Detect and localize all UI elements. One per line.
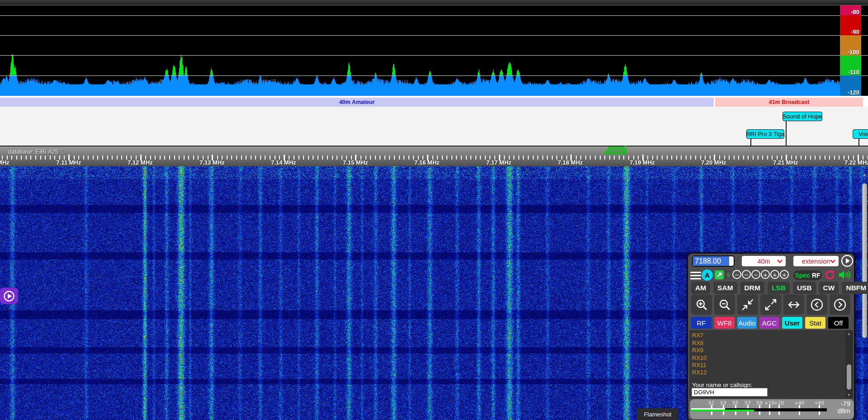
db-scale-label: -90 bbox=[851, 28, 859, 35]
users-count-badge: 9 bbox=[725, 270, 732, 279]
panel-tab-agc[interactable]: AGC bbox=[759, 317, 779, 329]
zoom-in-button[interactable] bbox=[691, 294, 712, 315]
mode-button-usb[interactable]: USB bbox=[793, 282, 816, 294]
chevron-down-icon bbox=[830, 260, 835, 263]
rx-items: RX6RX7RX8RX9RX10RX11RX12 bbox=[692, 330, 707, 377]
callsign-input[interactable] bbox=[692, 388, 768, 396]
db-scale-label: -100 bbox=[848, 49, 859, 56]
rx-list-item[interactable]: RX11 bbox=[692, 362, 707, 369]
wf-plus-button[interactable]: + bbox=[770, 270, 779, 279]
magnifier-minus-icon bbox=[718, 298, 731, 311]
extension-play-button[interactable] bbox=[841, 255, 854, 267]
rx-scroll-down-icon[interactable]: ▼ bbox=[845, 393, 853, 397]
frequency-tick-label: 7.11 MHz bbox=[57, 159, 81, 166]
band-label-bar: 40m Amateur bbox=[0, 98, 714, 107]
frequency-tick-label: 7.10 MHz bbox=[0, 159, 9, 166]
dbm-color-scale: -80-90-100-110-120 bbox=[840, 5, 861, 96]
mode-button-lsb[interactable]: LSB bbox=[768, 282, 790, 294]
window-top-bar bbox=[0, 0, 868, 5]
mode-button-am[interactable]: AM bbox=[691, 282, 710, 294]
frequency-tick-label: 7.22 MHz bbox=[844, 159, 868, 166]
horizontal-arrows-icon bbox=[787, 298, 801, 311]
speaker-icon[interactable] bbox=[839, 270, 850, 280]
database-label: database: EiBi-A25 bbox=[8, 148, 58, 155]
band-select[interactable]: 40m bbox=[742, 256, 786, 266]
autoscale-button[interactable]: A bbox=[702, 269, 713, 281]
spec-rf-toggle[interactable]: Spec RF bbox=[793, 270, 822, 280]
rx-scroll-up-icon[interactable]: ▲ bbox=[845, 331, 853, 336]
frequency-tick-label: 7.17 MHz bbox=[486, 159, 512, 166]
wf-plus-button[interactable]: + bbox=[761, 270, 770, 279]
scrollbar-up-icon[interactable]: ▲ bbox=[862, 172, 867, 177]
rx-list-item[interactable]: RX9 bbox=[692, 347, 707, 354]
mode-button-row: AMSAMDRMLSBUSBCWNBFMIQ bbox=[691, 282, 868, 294]
play-icon bbox=[3, 290, 15, 302]
spec-label: Spec bbox=[795, 272, 810, 279]
station-label[interactable]: Voice bbox=[853, 129, 868, 139]
magnifier-plus-icon bbox=[695, 298, 708, 311]
frequency-input[interactable]: 7188.00 bbox=[692, 255, 735, 267]
db-scale-block: -110 bbox=[840, 56, 861, 76]
wf-plus-button[interactable]: + bbox=[780, 270, 789, 279]
mode-button-drm[interactable]: DRM bbox=[740, 282, 764, 294]
s-meter-tick bbox=[799, 405, 800, 408]
panel-tab-row: RFWF8AudioAGCUserStatOff bbox=[691, 317, 849, 329]
shift-left-button[interactable] bbox=[806, 294, 827, 315]
rx-list-item[interactable]: RX7 bbox=[692, 332, 707, 339]
rx-scrollbar-thumb[interactable] bbox=[847, 364, 851, 390]
s-meter-tick bbox=[819, 405, 820, 408]
panel-tab-wf8[interactable]: WF8 bbox=[714, 317, 735, 329]
s-meter-tick bbox=[769, 405, 770, 408]
station-label[interactable]: Sound of Hope bbox=[783, 112, 822, 121]
panel-tab-off[interactable]: Off bbox=[828, 317, 849, 329]
audio-start-button[interactable] bbox=[0, 288, 18, 304]
band-bar-row: 40m Amateur41m Broadcast bbox=[0, 96, 868, 107]
db-scale-block: -90 bbox=[840, 15, 861, 35]
extension-select-value: extension bbox=[802, 258, 830, 265]
rx-list-scrollbar[interactable]: ▲ ▼ bbox=[845, 330, 853, 398]
mode-button-nbfm[interactable]: NBFM bbox=[842, 282, 868, 294]
wf-minus-button[interactable]: − bbox=[751, 270, 760, 279]
scrollbar-thumb[interactable] bbox=[862, 183, 867, 338]
external-link-icon[interactable] bbox=[715, 270, 724, 279]
menu-icon[interactable] bbox=[690, 272, 701, 280]
rx-list-item[interactable]: RX12 bbox=[692, 369, 707, 376]
zoom-button-row bbox=[691, 294, 850, 315]
panel-tab-audio[interactable]: Audio bbox=[737, 317, 757, 329]
zoom-to-band-button[interactable] bbox=[737, 294, 758, 315]
panel-tab-user[interactable]: User bbox=[782, 317, 802, 329]
shift-right-button[interactable] bbox=[830, 294, 850, 315]
extension-select[interactable]: extension bbox=[793, 256, 839, 266]
s-meter-tick bbox=[723, 411, 724, 415]
panel-tab-rf[interactable]: RF bbox=[691, 317, 711, 329]
refresh-icon[interactable] bbox=[825, 270, 835, 280]
passband-width-button[interactable] bbox=[783, 294, 804, 315]
panel-tab-stat[interactable]: Stat bbox=[805, 317, 825, 329]
frequency-tick-label: 7.20 MHz bbox=[701, 159, 726, 166]
band-select-value: 40m bbox=[757, 258, 770, 265]
zoom-max-out-button[interactable] bbox=[760, 294, 781, 315]
wf-minus-button[interactable]: − bbox=[742, 270, 751, 279]
frequency-tick-label: 7.21 MHz bbox=[773, 159, 798, 166]
s-meter-tick bbox=[711, 411, 712, 415]
mode-button-cw[interactable]: CW bbox=[819, 282, 839, 294]
flameshot-tooltip: Flameshot bbox=[637, 408, 678, 420]
s-meter-tick bbox=[819, 411, 820, 415]
s-meter: S1S3S5S7S9+10+20+40+60 -79 dBm bbox=[690, 399, 854, 419]
zoom-out-button[interactable] bbox=[714, 294, 735, 315]
spectrum-display[interactable] bbox=[0, 5, 868, 96]
passband-indicator[interactable] bbox=[604, 146, 631, 154]
rx-list-item[interactable]: RX10 bbox=[692, 354, 707, 362]
page-scrollbar[interactable]: ▲ bbox=[862, 168, 868, 420]
frequency-scale[interactable]: database: EiBi-A25 7.10 MHz7.11 MHz7.12 … bbox=[0, 146, 868, 166]
frequency-tick-label: 7.18 MHz bbox=[558, 159, 583, 166]
mode-button-sam[interactable]: SAM bbox=[713, 282, 737, 294]
station-label-area: Sound of HopeRRI Pro 3 TigaVoice bbox=[0, 107, 868, 146]
wf-minus-button[interactable]: − bbox=[732, 270, 741, 279]
station-label[interactable]: RRI Pro 3 Tiga bbox=[746, 129, 784, 139]
frequency-tick-label: 7.12 MHz bbox=[128, 159, 153, 166]
band-label-bar: 41m Broadcast bbox=[715, 98, 863, 107]
s-meter-tick bbox=[735, 405, 736, 408]
chevron-right-circle-icon bbox=[833, 298, 847, 311]
rx-list-item[interactable]: RX8 bbox=[692, 340, 707, 347]
